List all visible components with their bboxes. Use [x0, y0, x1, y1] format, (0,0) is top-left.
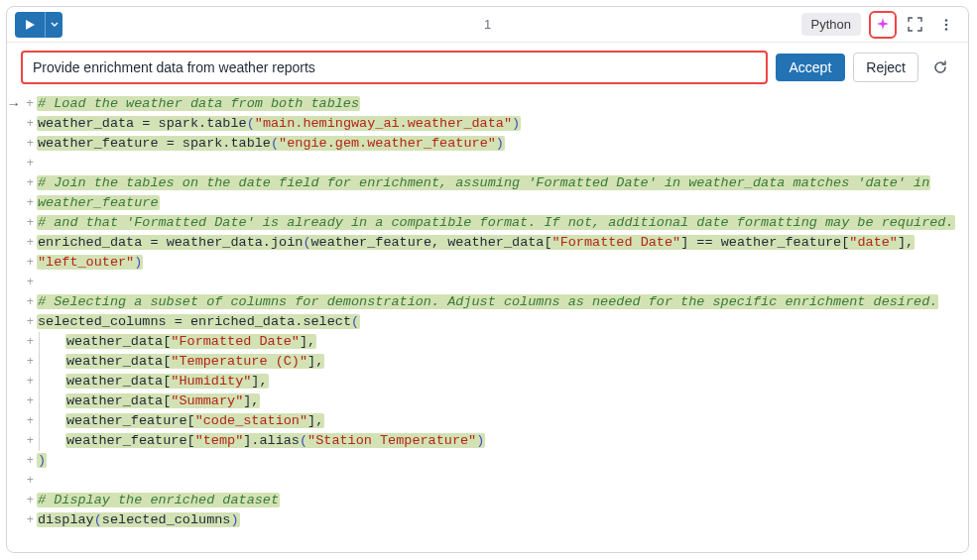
code-line: weather_feature — [37, 193, 960, 213]
code-line: ) — [37, 451, 960, 471]
svg-point-3 — [945, 28, 948, 31]
svg-point-2 — [945, 23, 948, 26]
regenerate-button[interactable] — [926, 54, 954, 81]
code-line: # Join the tables on the date field for … — [37, 173, 960, 193]
code-line — [37, 154, 960, 173]
refresh-icon — [932, 59, 948, 75]
reject-button[interactable]: Reject — [853, 53, 918, 82]
code-line: weather_data = spark.table("main.hemingw… — [37, 114, 960, 134]
code-line: selected_columns = enriched_data.select( — [37, 312, 960, 332]
ai-assistant-button[interactable] — [869, 11, 897, 39]
code-line: # Display the enriched dataset — [37, 491, 960, 510]
code-line: # and that 'Formatted Date' is already i… — [37, 213, 960, 233]
code-line: weather_feature["temp"].alias("Station T… — [37, 431, 960, 451]
run-menu-caret[interactable] — [45, 12, 62, 38]
notebook-cell: 1 Python Accept Reject — [6, 6, 969, 553]
run-button[interactable] — [15, 12, 45, 38]
ai-prompt-row: Accept Reject — [7, 43, 968, 92]
expand-icon — [908, 17, 922, 32]
code-line: enriched_data = weather_data.join(weathe… — [37, 233, 960, 253]
code-line — [37, 471, 960, 491]
fullscreen-button[interactable] — [901, 11, 928, 39]
code-line: "left_outer") — [37, 253, 960, 273]
chevron-down-icon — [51, 21, 59, 29]
code-line: weather_data["Temperature (C)"], — [37, 352, 960, 372]
code-line: weather_data["Summary"], — [37, 392, 960, 411]
run-button-group — [15, 12, 62, 38]
accept-button[interactable]: Accept — [776, 54, 846, 81]
svg-marker-0 — [26, 20, 35, 30]
code-editor[interactable]: → ++++++++++++++++++++++ # Load the weat… — [7, 92, 968, 552]
ai-prompt-input[interactable] — [21, 51, 768, 84]
code-line: weather_feature["code_station"], — [37, 411, 960, 431]
play-icon — [24, 19, 36, 31]
cell-index: 1 — [484, 17, 491, 32]
code-line: weather_feature = spark.table("engie.gem… — [37, 134, 960, 154]
code-line — [37, 273, 960, 292]
svg-point-1 — [945, 19, 948, 22]
gutter: → ++++++++++++++++++++++ — [7, 94, 37, 542]
code-lines: # Load the weather data from both tables… — [37, 94, 968, 542]
kebab-icon — [939, 18, 953, 32]
sparkle-icon — [875, 17, 891, 33]
code-line: # Selecting a subset of columns for demo… — [37, 292, 960, 312]
code-line: # Load the weather data from both tables — [37, 94, 960, 114]
code-line: display(selected_columns) — [37, 510, 960, 530]
code-line: weather_data["Humidity"], — [37, 372, 960, 392]
cell-menu-button[interactable] — [932, 11, 960, 39]
cell-toolbar: 1 Python — [7, 7, 968, 43]
code-line: weather_data["Formatted Date"], — [37, 332, 960, 352]
language-selector[interactable]: Python — [801, 13, 861, 36]
